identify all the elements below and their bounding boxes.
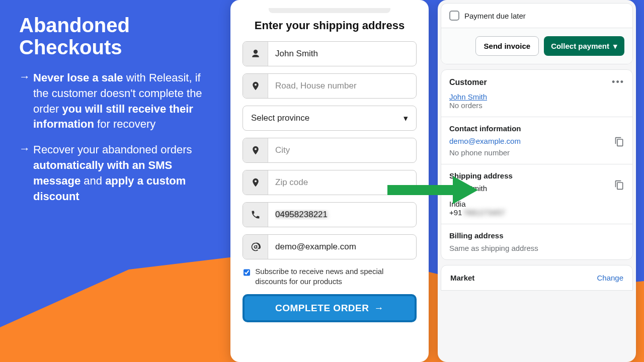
shipping-phone: +917881273457 bbox=[449, 208, 624, 217]
contact-heading: Contact information bbox=[449, 124, 624, 133]
email-field[interactable] bbox=[268, 235, 416, 259]
person-icon bbox=[243, 42, 268, 66]
phone-field[interactable] bbox=[268, 203, 416, 227]
market-change-link[interactable]: Change bbox=[597, 274, 623, 282]
arrow-icon: → bbox=[19, 142, 33, 204]
customer-heading: Customer bbox=[449, 78, 487, 87]
pin-icon bbox=[243, 170, 268, 195]
svg-marker-1 bbox=[453, 176, 478, 204]
market-heading: Market bbox=[450, 274, 474, 282]
caret-down-icon: ▾ bbox=[613, 42, 617, 51]
customer-name-link[interactable]: John Smith bbox=[449, 93, 487, 101]
more-icon[interactable]: ••• bbox=[612, 77, 624, 87]
subscribe-checkbox[interactable] bbox=[244, 268, 250, 277]
city-field[interactable] bbox=[268, 138, 416, 162]
arrow-right-icon: → bbox=[374, 303, 384, 314]
province-select[interactable]: Select province ▾ bbox=[243, 106, 417, 131]
customer-orders: No orders bbox=[449, 101, 624, 110]
billing-heading: Billing address bbox=[449, 231, 624, 240]
promo-bullet-2: Recover your abandoned orders automatica… bbox=[33, 142, 210, 204]
send-invoice-button[interactable]: Send invoice bbox=[475, 36, 539, 56]
promo-title: Abandoned Checkouts bbox=[19, 14, 210, 58]
payment-due-later-label: Payment due later bbox=[464, 12, 526, 20]
province-label: Select province bbox=[251, 113, 309, 123]
arrow-icon: → bbox=[19, 70, 33, 132]
copy-icon[interactable] bbox=[614, 137, 624, 148]
contact-phone-hint: No phone number bbox=[449, 148, 624, 157]
phone-icon bbox=[243, 203, 268, 227]
subscribe-label: Subscribe to receive news and special di… bbox=[255, 266, 416, 287]
form-top-handle bbox=[269, 8, 390, 13]
promo-bullet-1: Never lose a sale with Releasit, if the … bbox=[33, 70, 210, 132]
pin-icon bbox=[243, 138, 268, 162]
pin-icon bbox=[243, 74, 268, 98]
billing-same: Same as shipping address bbox=[449, 244, 624, 252]
chevron-down-icon: ▾ bbox=[404, 113, 408, 124]
svg-rect-0 bbox=[387, 185, 453, 195]
collect-payment-button[interactable]: Collect payment ▾ bbox=[544, 36, 624, 56]
copy-icon[interactable] bbox=[614, 180, 624, 192]
road-field[interactable] bbox=[268, 74, 416, 98]
form-title: Enter your shipping address bbox=[243, 19, 417, 32]
flow-arrow-icon bbox=[387, 176, 478, 204]
contact-email-link[interactable]: demo@example.com bbox=[449, 137, 521, 145]
name-field[interactable] bbox=[268, 42, 416, 66]
complete-order-button[interactable]: COMPLETE ORDER → bbox=[243, 294, 417, 322]
payment-due-later-checkbox[interactable] bbox=[449, 11, 459, 21]
at-icon bbox=[243, 235, 268, 259]
collect-payment-label: Collect payment bbox=[551, 42, 609, 50]
complete-order-label: COMPLETE ORDER bbox=[275, 303, 369, 314]
promo-text: Abandoned Checkouts → Never lose a sale … bbox=[19, 14, 210, 214]
